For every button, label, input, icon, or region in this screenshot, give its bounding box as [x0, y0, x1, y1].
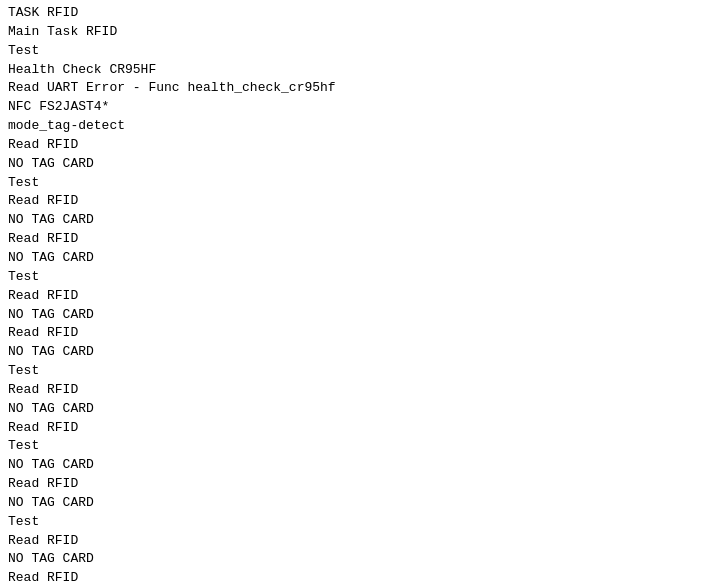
terminal-output: TASK RFID Main Task RFID Test Health Che…: [8, 4, 703, 588]
